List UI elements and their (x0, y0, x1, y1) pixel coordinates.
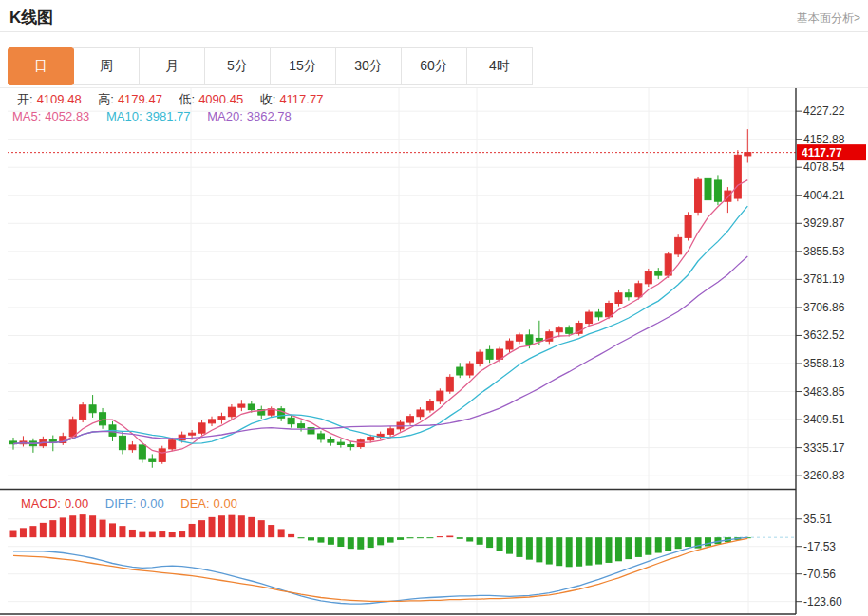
y-axis-label: 3558.18 (803, 357, 845, 370)
macd-histogram-bar (556, 537, 562, 566)
candle-body (606, 303, 613, 316)
candle-body (417, 410, 424, 417)
candle-body (705, 178, 711, 199)
macd-histogram-bar (169, 532, 176, 537)
candle-body (159, 449, 165, 462)
macd-histogram-bar (417, 537, 424, 538)
macd-histogram-bar (129, 530, 136, 537)
candle-body (486, 349, 493, 359)
candle-body (457, 367, 463, 375)
candle-body (348, 445, 354, 447)
macd-histogram-bar (20, 528, 27, 537)
macd-histogram-bar (149, 532, 156, 538)
tab-4hour[interactable]: 4时 (466, 47, 533, 85)
macd-histogram-bar (595, 537, 602, 564)
candle-body (337, 442, 344, 444)
macd-axis-label: -17.53 (803, 540, 836, 553)
tab-day[interactable]: 日 (8, 47, 74, 85)
tab-week[interactable]: 周 (73, 47, 140, 85)
macd-axis-label: 35.51 (803, 513, 832, 526)
candle-body (645, 271, 651, 284)
low-label: 低: (179, 92, 196, 106)
macd-histogram-bar (546, 537, 553, 564)
macd-histogram-bar (268, 525, 274, 537)
candle-body (80, 405, 86, 420)
y-axis-label: 4004.21 (803, 189, 845, 202)
candle-body (228, 407, 235, 417)
ohlc-legend: 开:4109.48 高:4179.47 低:4090.45 收:4117.77 (17, 91, 327, 108)
candle-body (169, 440, 176, 449)
diff-value: 0.00 (140, 496, 163, 511)
candle-body (734, 155, 741, 198)
tab-month[interactable]: 月 (139, 47, 205, 85)
macd-histogram-bar (348, 537, 354, 549)
ma20-value: 3862.78 (247, 109, 292, 123)
y-axis-label: 4227.22 (803, 104, 845, 118)
candle-body (69, 420, 76, 437)
candle-body (317, 434, 324, 439)
candle-body (387, 429, 394, 435)
candle-body (407, 417, 414, 422)
candle-body (685, 215, 691, 238)
macd-histogram-bar (60, 517, 66, 537)
macd-histogram-bar (397, 537, 404, 540)
macd-histogram-bar (426, 537, 433, 538)
header-divider (0, 31, 868, 32)
kline-chart-area[interactable]: 4227.224152.884078.544004.213929.873855.… (0, 87, 868, 616)
macd-histogram-bar (159, 531, 165, 537)
current-price-tag-label: 4117.77 (802, 146, 842, 159)
macd-histogram-bar (69, 515, 76, 537)
macd-histogram-bar (685, 537, 691, 547)
close-label: 收: (260, 92, 276, 106)
tab-30min[interactable]: 30分 (335, 47, 402, 85)
macd-histogram-bar (497, 537, 503, 551)
fundamental-analysis-link[interactable]: 基本面分析> (797, 10, 860, 27)
candle-body (328, 439, 334, 442)
macd-histogram-bar (218, 515, 225, 537)
y-axis-label: 3781.19 (803, 272, 845, 286)
macd-histogram-bar (80, 514, 86, 537)
macd-histogram-bar (109, 523, 116, 537)
macd-histogram-bar (675, 537, 682, 549)
candle-body (695, 179, 702, 212)
candle-body (635, 284, 642, 297)
macd-histogram-bar (615, 537, 622, 561)
candle-body (368, 438, 374, 440)
candle-body (198, 423, 205, 433)
y-axis-label: 3409.51 (803, 413, 845, 426)
candle-body (714, 180, 721, 201)
candle-body (89, 405, 96, 413)
candle-body (248, 404, 255, 410)
candle-body (149, 459, 156, 461)
candle-body (625, 293, 632, 297)
tab-60min[interactable]: 60分 (401, 47, 467, 85)
candle-body (218, 417, 225, 420)
macd-histogram-bar (328, 537, 334, 545)
macd-histogram-bar (238, 515, 245, 537)
y-axis-label: 3855.53 (803, 245, 845, 258)
candle-body (665, 254, 671, 275)
candle-body (139, 445, 145, 459)
macd-histogram-bar (566, 537, 573, 567)
macd-axis-label: -70.56 (803, 568, 836, 581)
tab-5min[interactable]: 5分 (204, 47, 271, 85)
macd-histogram-bar (437, 536, 443, 537)
y-axis-label: 4078.54 (803, 160, 845, 174)
candle-body (189, 433, 196, 435)
kline-chart-canvas[interactable]: 4227.224152.884078.544004.213929.873855.… (0, 88, 868, 616)
macd-histogram-bar (368, 537, 374, 548)
macd-histogram-bar (288, 534, 294, 537)
macd-histogram-bar (317, 537, 324, 542)
candle-body (615, 293, 622, 304)
candle-body (675, 237, 682, 253)
candle-body (288, 418, 294, 423)
y-axis-label: 3706.86 (803, 301, 845, 314)
macd-histogram-bar (506, 537, 513, 553)
candle-body (209, 420, 216, 423)
high-value: 4179.47 (118, 92, 162, 106)
ma5-label: MA5: (12, 109, 41, 123)
close-value: 4117.77 (279, 92, 323, 106)
y-axis-label: 3483.85 (803, 385, 845, 399)
tab-15min[interactable]: 15分 (270, 47, 336, 85)
macd-histogram-bar (49, 520, 56, 537)
